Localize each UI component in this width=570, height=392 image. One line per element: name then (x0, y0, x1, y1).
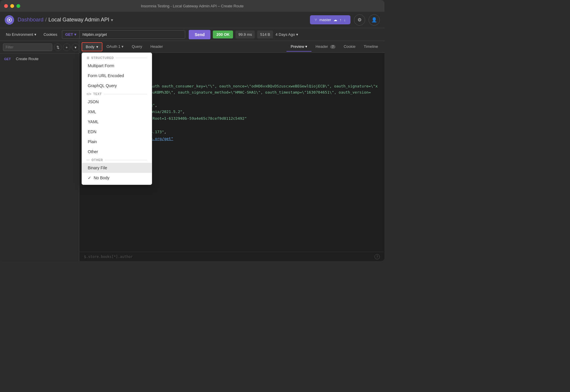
no-body-item[interactable]: ✓ No Body (82, 173, 152, 183)
graphql-query-item[interactable]: GraphQL Query (82, 81, 152, 91)
checkmark-icon: ✓ (88, 175, 91, 180)
sidebar-item-create-route[interactable]: GET Create Route (0, 54, 79, 64)
breadcrumb: Dashboard / Local Gateway Admin API ▾ (18, 17, 113, 23)
other-section-label: ··· OTHER (82, 157, 152, 163)
user-icon: 👤 (371, 17, 377, 23)
oauth-chevron-icon: ▾ (122, 44, 124, 49)
body-chevron-icon: ▾ (96, 45, 98, 49)
time-ago-label: 4 Days Ago ▾ (275, 32, 298, 37)
multipart-form-item[interactable]: Multipart Form (82, 61, 152, 71)
main-content: ⇅ + ▾ GET Create Route Body ▾ ☰ (0, 41, 385, 261)
breadcrumb-chevron-icon[interactable]: ▾ (111, 18, 113, 22)
minimize-button[interactable] (10, 4, 14, 8)
preview-chevron-icon: ▾ (305, 44, 307, 49)
url-input[interactable] (79, 30, 185, 39)
tab-query[interactable]: Query (128, 42, 146, 52)
close-button[interactable] (4, 4, 8, 8)
right-panel: Body ▾ ☰ STRUCTURED Multipart Form Form … (79, 41, 385, 261)
method-url-group: GET ▾ (62, 30, 185, 39)
form-url-encoded-item[interactable]: Form URL Encoded (82, 71, 152, 81)
edn-item[interactable]: EDN (82, 127, 152, 137)
yaml-item[interactable]: YAML (82, 117, 152, 127)
tabs-row: Body ▾ ☰ STRUCTURED Multipart Form Form … (79, 41, 385, 53)
response-size-badge: 514 B (257, 31, 273, 38)
status-badge: 200 OK (213, 31, 233, 38)
route-name-label: Create Route (16, 57, 38, 61)
master-branch-button[interactable]: ⑂ master ☁ ↑ ↓ (310, 15, 350, 24)
tab-header-response[interactable]: Header 7 (311, 42, 340, 52)
cookies-button[interactable]: Cookies (41, 31, 60, 38)
body-dropdown-menu: ☰ STRUCTURED Multipart Form Form URL Enc… (82, 53, 152, 185)
method-selector[interactable]: GET ▾ (62, 30, 79, 39)
environment-selector[interactable]: No Environment ▾ (4, 31, 39, 38)
more-options-button[interactable]: ▾ (72, 43, 79, 51)
method-label: GET (65, 32, 73, 37)
bottom-bar: $.store.books[*].author ? (79, 252, 385, 261)
env-chevron-icon: ▾ (34, 32, 36, 37)
text-section-label: </> TEXT (82, 91, 152, 97)
tab-header-request[interactable]: Header (146, 42, 167, 52)
time-ago-chevron-icon[interactable]: ▾ (296, 32, 298, 37)
gear-icon: ⚙ (357, 17, 362, 23)
json-item[interactable]: JSON (82, 97, 152, 107)
titlebar: Insomnia Testing - Local Gateway Admin A… (0, 0, 385, 12)
toolbar-row: No Environment ▾ Cookies GET ▾ Send 200 … (0, 28, 385, 41)
dots-icon: ··· (87, 158, 90, 162)
header-actions: ⑂ master ☁ ↑ ↓ ⚙ 👤 (310, 14, 380, 26)
header-bar: Dashboard / Local Gateway Admin API ▾ ⑂ … (0, 12, 385, 28)
help-button[interactable]: ? (375, 254, 380, 259)
git-icon: ⑂ (315, 18, 317, 22)
method-chevron-icon: ▾ (74, 32, 76, 37)
add-button[interactable]: + (63, 43, 70, 51)
plain-item[interactable]: Plain (82, 137, 152, 147)
tab-preview[interactable]: Preview ▾ (286, 42, 311, 52)
xml-item[interactable]: XML (82, 107, 152, 117)
breadcrumb-separator: / (45, 17, 47, 23)
tab-cookie[interactable]: Cookie (340, 42, 360, 52)
other-item[interactable]: Other (82, 147, 152, 157)
svg-point-1 (9, 19, 10, 21)
route-method-badge: GET (4, 57, 14, 61)
jq-hint: $.store.books[*].author (84, 255, 133, 259)
filter-input[interactable] (3, 43, 52, 51)
tab-timeline[interactable]: Timeline (360, 42, 382, 52)
cloud-icon: ☁ (333, 18, 337, 22)
sort-button[interactable]: ⇅ (54, 43, 62, 51)
binary-file-item[interactable]: Binary File (82, 163, 152, 173)
breadcrumb-project[interactable]: Local Gateway Admin API (48, 17, 109, 23)
send-button[interactable]: Send (189, 30, 210, 39)
traffic-lights (4, 4, 20, 8)
structured-icon: ☰ (87, 56, 90, 60)
header-count-badge: 7 (330, 45, 335, 49)
sidebar-action-buttons: ⇅ + ▾ (54, 43, 79, 51)
settings-button[interactable]: ⚙ (354, 14, 365, 26)
response-time-badge: 99.9 ms (235, 31, 255, 38)
app-logo (5, 15, 14, 25)
code-icon: </> (87, 92, 92, 96)
user-button[interactable]: 👤 (369, 14, 380, 26)
body-dropdown-wrapper: Body ▾ ☰ STRUCTURED Multipart Form Form … (82, 42, 102, 51)
env-label: No Environment (6, 32, 33, 37)
maximize-button[interactable] (16, 4, 20, 8)
upload-icon: ↑ (340, 18, 342, 22)
tab-oauth1[interactable]: OAuth 1 ▾ (102, 42, 128, 52)
download-icon: ↓ (344, 18, 346, 22)
structured-section-label: ☰ STRUCTURED (82, 55, 152, 61)
body-button[interactable]: Body ▾ (82, 42, 102, 51)
breadcrumb-dashboard[interactable]: Dashboard (18, 17, 43, 23)
sidebar: ⇅ + ▾ GET Create Route (0, 41, 79, 261)
sidebar-filter-row: ⇅ + ▾ (0, 41, 79, 54)
window-title: Insomnia Testing - Local Gateway Admin A… (141, 4, 244, 8)
